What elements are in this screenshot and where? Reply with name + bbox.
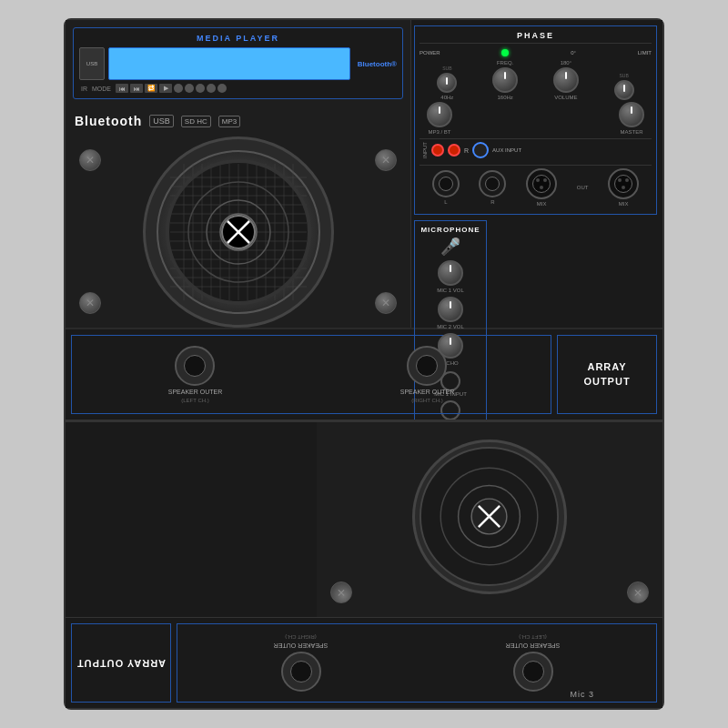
left-panel: MEDIA PLAYER USB Bluetooth® IR MODE ⏮ ⏭ …	[66, 20, 411, 328]
input-label: INPUT	[422, 142, 428, 158]
aux-input-label: AUX INPUT	[492, 147, 521, 153]
prev-button[interactable]: ⏮	[116, 84, 128, 93]
mic2-vol-group: MIC 2 VOL	[420, 297, 481, 329]
power-led	[501, 49, 509, 56]
media-player-section: MEDIA PLAYER USB Bluetooth® IR MODE ⏮ ⏭ …	[73, 27, 403, 99]
aux-input-jack[interactable]	[472, 142, 489, 158]
mp3bt-knob-group: MP3 / BT	[427, 102, 452, 135]
mix-out-label-2: MIX	[619, 201, 629, 207]
speaker-outer-left-group: SPEAKER OUTER (LEFT CH.)	[168, 346, 223, 403]
bluetooth-text: Bluetooth	[75, 114, 142, 128]
sub-right-knob-group: SUB	[614, 73, 634, 100]
dot-btn-5[interactable]	[217, 84, 227, 93]
input-jacks-row: INPUT R AUX INPUT	[420, 138, 652, 161]
screw-top-right: ✕	[375, 149, 397, 171]
speaker-jacks-section: SPEAKER OUTER (LEFT CH.) SPEAKER OUTER (…	[71, 335, 551, 414]
sd-card-slot[interactable]: USB	[79, 47, 105, 80]
array-output-label-section: ARRAY OUTPUT	[557, 335, 657, 414]
dot-btn-3[interactable]	[196, 84, 205, 93]
mirrored-speaker-area: ✕ ✕	[66, 420, 662, 617]
bluetooth-icons-row: Bluetooth USB SD HC MP3	[66, 106, 410, 136]
mirrored-content: SPEAKER OUTER (LEFT CH.) SPEAKER OUTER (…	[66, 422, 662, 708]
fan-svg	[166, 159, 311, 305]
180-label: 180°	[561, 60, 571, 66]
mic3-label-area: Mic 3	[570, 684, 594, 701]
sub-freq-row: SUB 40Hz FREQ. 160Hz 180° VOLUME	[420, 60, 652, 100]
top-section: MEDIA PLAYER USB Bluetooth® IR MODE ⏮ ⏭ …	[66, 20, 662, 329]
dot-btn-1[interactable]	[174, 84, 183, 93]
freq-label: FREQ.	[497, 60, 513, 66]
master-label: MASTER	[620, 129, 642, 135]
usb-icon: USB	[149, 115, 174, 127]
master-knob[interactable]	[619, 102, 644, 127]
trs-left-jack[interactable]	[432, 170, 460, 197]
volume-knob[interactable]	[553, 67, 579, 93]
mode-label: MODE	[92, 86, 111, 92]
rca-red-jack[interactable]	[448, 144, 460, 157]
xlr-jack-group-right: MIX	[608, 168, 639, 207]
media-player-title: MEDIA PLAYER	[79, 34, 397, 43]
freq-knob[interactable]	[492, 67, 518, 93]
sub-left-label: SUB	[442, 66, 451, 71]
xlr-mix-jack-left[interactable]	[526, 168, 557, 199]
right-panel: PHASE POWER 0° LIMIT SUB 40Hz	[411, 20, 662, 328]
r-label: R	[464, 147, 469, 154]
l-label: L	[444, 199, 447, 205]
trs-l-group: L	[432, 170, 460, 205]
xlr-out-group: OUT	[577, 185, 589, 190]
trs-right-jack[interactable]	[479, 170, 506, 197]
freq-knob-group: FREQ. 160Hz	[492, 60, 518, 100]
speaker-outer-left-jack[interactable]	[175, 346, 215, 386]
screw-bottom-left: ✕	[79, 292, 101, 314]
speaker-area: ✕ ✕ ✕ ✕	[66, 136, 410, 328]
repeat-button[interactable]: 🔁	[145, 84, 157, 93]
power-label: POWER	[420, 50, 440, 56]
fan-inner	[157, 150, 320, 314]
echo-knob[interactable]	[438, 333, 463, 359]
xlr-jack-group: MIX	[526, 168, 557, 207]
speaker-fan	[143, 136, 334, 328]
trs-xlr-row: L R	[420, 165, 652, 209]
speaker-outer-left-ch-label: (LEFT CH.)	[181, 398, 209, 403]
mic2-vol-knob[interactable]	[438, 297, 463, 322]
dot-btn-4[interactable]	[207, 84, 216, 93]
mp3bt-master-row: MP3 / BT MASTER	[420, 102, 652, 135]
trs-r-group: R	[479, 170, 506, 205]
phase-controls-section: PHASE POWER 0° LIMIT SUB 40Hz	[414, 25, 657, 215]
mic1-vol-group: MIC 1 VOL	[420, 260, 481, 293]
array-output-label: ARRAY OUTPUT	[565, 360, 649, 389]
microphone-title: MICROPHONE	[420, 226, 481, 234]
mic3-label: Mic 3	[570, 690, 594, 699]
lcd-display	[108, 47, 350, 80]
media-controls-row: USB Bluetooth®	[79, 47, 397, 80]
mix-out-label: MIX	[537, 201, 547, 207]
rca-white-jack[interactable]	[431, 144, 444, 157]
r-label-2: R	[490, 199, 494, 205]
array-output-section: SPEAKER OUTER (LEFT CH.) SPEAKER OUTER (…	[66, 329, 662, 420]
sub-right-knob[interactable]	[614, 80, 634, 100]
play-button[interactable]: ▶	[159, 84, 172, 93]
next-button[interactable]: ⏭	[130, 84, 143, 93]
freq-160hz-label: 160Hz	[497, 95, 512, 100]
freq-40hz-label: 40Hz	[440, 95, 453, 100]
volume-knob-group: 180° VOLUME	[553, 60, 579, 100]
mp3bt-knob[interactable]	[427, 102, 452, 127]
bluetooth-badge: Bluetooth®	[358, 60, 397, 68]
zero-label: 0°	[571, 50, 576, 56]
power-limit-row: POWER 0° LIMIT	[420, 49, 652, 56]
xlr-mix-jack-right[interactable]	[608, 168, 639, 199]
sub-right-label: SUB	[619, 73, 628, 78]
mic1-vol-knob[interactable]	[438, 260, 463, 286]
screw-top-left: ✕	[79, 149, 101, 171]
dot-btn-2[interactable]	[185, 84, 194, 93]
sub-knob-group: SUB 40Hz	[437, 66, 457, 100]
speaker-outer-right-ch-label: (RIGHT CH.)	[411, 398, 443, 403]
limit-label: LIMIT	[638, 50, 652, 56]
sub-left-knob[interactable]	[437, 73, 457, 93]
speaker-outer-right-label: SPEAKER OUTER	[400, 389, 455, 395]
mp3-icon: MP3	[218, 116, 240, 127]
ir-label: IR	[81, 86, 87, 92]
sd-icon: SD HC	[181, 116, 211, 127]
out-label: OUT	[577, 185, 589, 190]
device-panel: MEDIA PLAYER USB Bluetooth® IR MODE ⏮ ⏭ …	[64, 18, 664, 710]
